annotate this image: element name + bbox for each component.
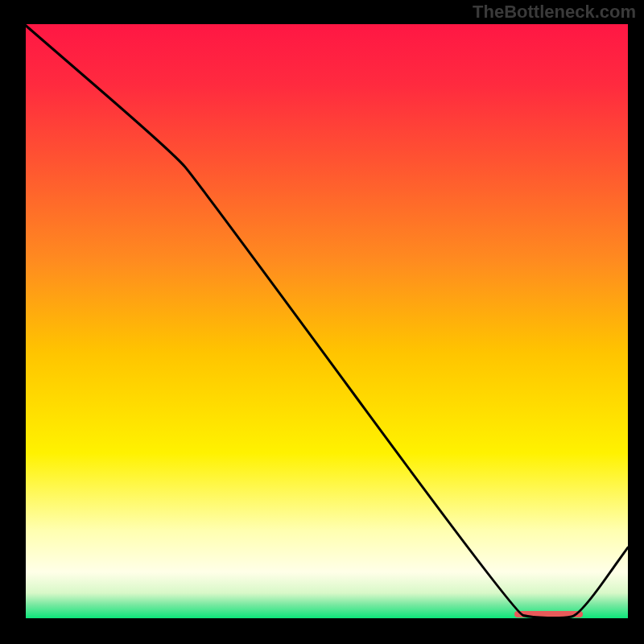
bottleneck-chart bbox=[0, 0, 644, 644]
plot-background bbox=[24, 24, 628, 620]
chart-container: TheBottleneck.com bbox=[0, 0, 644, 644]
